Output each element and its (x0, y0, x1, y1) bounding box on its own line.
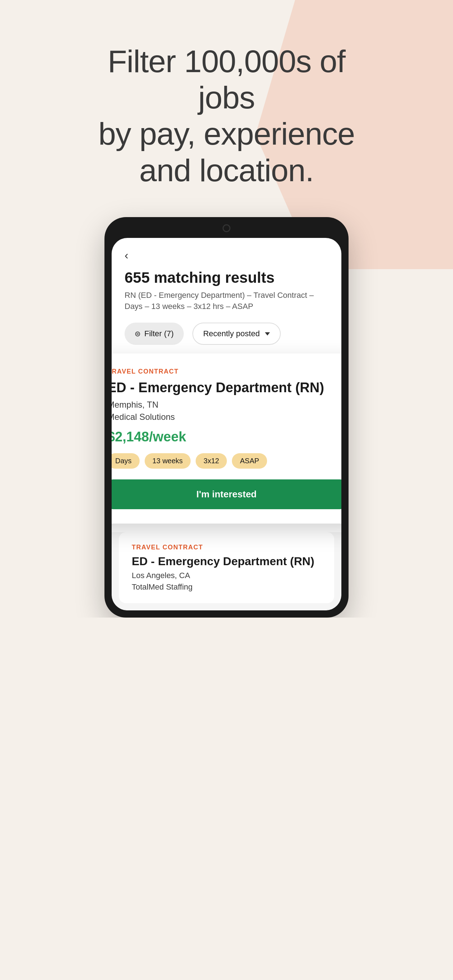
job-card-1: TRAVEL CONTRACT ED - Emergency Departmen… (112, 353, 341, 523)
job-company-2: TotalMed Staffing (132, 582, 321, 592)
filter-row: ⊜ Filter (7) Recently posted (124, 323, 329, 353)
screen-content: ‹ 655 matching results RN (ED - Emergenc… (112, 238, 341, 354)
results-count: 655 matching results (124, 269, 329, 286)
job-location-2: Los Angeles, CA (132, 571, 321, 580)
results-subtitle: RN (ED - Emergency Department) – Travel … (124, 290, 329, 312)
phone-frame: ‹ 655 matching results RN (ED - Emergenc… (104, 217, 349, 617)
sort-button[interactable]: Recently posted (192, 323, 281, 345)
tag-weeks: 13 weeks (145, 453, 191, 469)
job-company: Medical Solutions (112, 412, 341, 422)
filter-icon: ⊜ (135, 329, 141, 338)
tag-start: ASAP (232, 453, 267, 469)
job-type-badge: TRAVEL CONTRACT (112, 368, 341, 375)
back-button[interactable]: ‹ (124, 249, 129, 262)
job-pay: $2,148/week (112, 429, 341, 445)
hero-section: Filter 100,000s of jobs by pay, experien… (0, 0, 453, 617)
phone-screen: ‹ 655 matching results RN (ED - Emergenc… (112, 238, 341, 610)
phone-camera (223, 224, 230, 232)
phone-mockup: ‹ 655 matching results RN (ED - Emergenc… (104, 217, 349, 617)
job-card-2: TRAVEL CONTRACT ED - Emergency Departmen… (119, 532, 334, 603)
sort-label: Recently posted (203, 329, 260, 338)
chevron-down-icon (265, 332, 270, 336)
job-title-2: ED - Emergency Department (RN) (132, 555, 321, 568)
filter-label: Filter (7) (144, 329, 174, 338)
job-type-badge-2: TRAVEL CONTRACT (132, 544, 321, 551)
phone-bottom: TRAVEL CONTRACT ED - Emergency Departmen… (112, 532, 341, 610)
filter-button[interactable]: ⊜ Filter (7) (124, 323, 184, 345)
hero-title: Filter 100,000s of jobs by pay, experien… (86, 43, 367, 188)
job-title: ED - Emergency Department (RN) (112, 380, 341, 396)
tag-schedule: 3x12 (196, 453, 227, 469)
job-tags: Days 13 weeks 3x12 ASAP (112, 453, 341, 469)
tag-days: Days (112, 453, 140, 469)
interested-button[interactable]: I'm interested (112, 479, 341, 509)
job-location: Memphis, TN (112, 400, 341, 410)
